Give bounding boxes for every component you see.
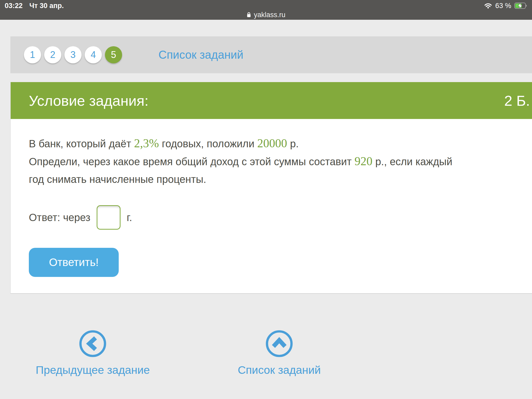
task-text-line-2: Определи, через какое время общий доход …: [29, 152, 529, 170]
task-header-title: Условие задания:: [29, 92, 149, 109]
task-text-line-1: В банк, который даёт 2,3% годовых, полож…: [29, 135, 529, 152]
chevron-up-circle-icon[interactable]: [265, 330, 293, 357]
chevron-left-circle-icon[interactable]: [79, 330, 107, 357]
status-time: 03:22: [5, 2, 23, 10]
task-text: р.: [287, 138, 298, 149]
step-5-button-active[interactable]: 5: [105, 46, 122, 63]
step-2-button[interactable]: 2: [44, 46, 61, 63]
math-rate-value: 2,3%: [134, 137, 159, 150]
step-3-button[interactable]: 3: [64, 46, 82, 63]
step-1-button[interactable]: 1: [24, 46, 41, 63]
task-text-line-3: год снимать начисленные проценты.: [29, 170, 529, 188]
tasks-list-bottom-label[interactable]: Список заданий: [217, 364, 342, 376]
previous-task-label[interactable]: Предыдущее задание: [30, 364, 155, 376]
battery-percent: 63 %: [495, 2, 511, 10]
math-income-value: 920: [355, 155, 373, 168]
task-stepper-bar: 1 2 3 4 5 Список заданий: [10, 36, 532, 73]
screen: 03:22 Чт 30 апр. 63 %: [0, 0, 532, 399]
answer-suffix-label: г.: [127, 212, 132, 223]
battery-charging-icon: [514, 3, 527, 9]
status-date: Чт 30 апр.: [29, 2, 64, 10]
math-sum-value: 20000: [257, 137, 287, 150]
status-row: 03:22 Чт 30 апр. 63 %: [0, 1, 532, 10]
url-text: yaklass.ru: [254, 11, 285, 19]
task-text: В банк, который даёт: [29, 138, 134, 149]
tasks-list-link[interactable]: Список заданий: [158, 48, 243, 61]
task-text: годовых, положили: [159, 138, 257, 149]
answer-prefix-label: Ответ: через: [29, 212, 90, 223]
task-points-badge: 2 Б.: [504, 92, 530, 109]
step-4-button[interactable]: 4: [85, 46, 102, 63]
task-text: Определи, через какое время общий доход …: [29, 156, 355, 167]
task-body: В банк, который даёт 2,3% годовых, полож…: [11, 119, 532, 277]
previous-task-nav[interactable]: Предыдущее задание: [30, 330, 155, 376]
submit-answer-button[interactable]: Ответить!: [29, 248, 119, 277]
task-card: Условие задания: 2 Б. В банк, который да…: [10, 82, 532, 294]
tasks-list-nav[interactable]: Список заданий: [217, 330, 342, 376]
wifi-icon: [484, 3, 492, 9]
safari-url-bar[interactable]: yaklass.ru: [0, 10, 532, 19]
task-text: р., если каждый: [373, 156, 453, 167]
answer-row: Ответ: через г.: [29, 205, 529, 230]
task-condition-header: Условие задания: 2 Б.: [11, 82, 532, 119]
ios-status-bar: 03:22 Чт 30 апр. 63 %: [0, 0, 532, 20]
lock-icon: [247, 12, 251, 18]
task-text: год снимать начисленные проценты.: [29, 174, 206, 185]
answer-input[interactable]: [97, 205, 121, 230]
